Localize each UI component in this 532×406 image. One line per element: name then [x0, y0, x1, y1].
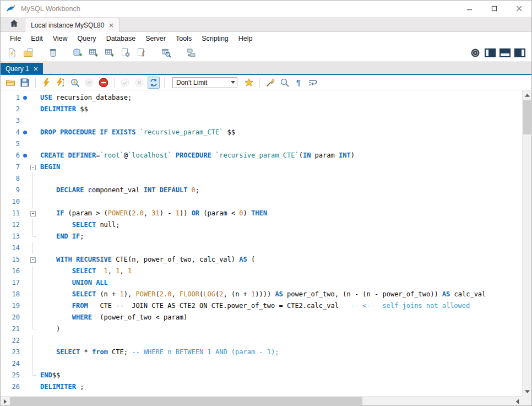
scroll-right-icon[interactable]	[513, 397, 522, 406]
stop-icon[interactable]	[83, 77, 95, 89]
scroll-down-icon[interactable]	[523, 387, 531, 396]
autocommit-icon[interactable]	[148, 77, 160, 89]
commit-icon[interactable]	[119, 77, 131, 89]
beautify-icon[interactable]	[264, 77, 276, 89]
line-number: 23	[1, 347, 21, 358]
home-tab[interactable]	[3, 17, 25, 31]
marker-slot	[21, 242, 29, 254]
limit-dropdown[interactable]: Don't Limit	[172, 77, 237, 88]
execute-current-icon[interactable]	[55, 77, 67, 89]
menu-scripting[interactable]: Scripting	[197, 32, 234, 45]
editor-toolbar: Don't Limit¶	[1, 75, 531, 90]
rollback-icon[interactable]	[133, 77, 145, 89]
fold-slot	[29, 127, 37, 138]
horizontal-scrollbar[interactable]	[1, 396, 522, 405]
save-icon[interactable]	[19, 77, 31, 89]
code-text: FROM CTE -- JOIN CTE AS CTE2 ON CTE.powe…	[37, 300, 470, 312]
close-icon	[516, 4, 522, 14]
code-text: END IF;	[37, 231, 84, 242]
fold-slot	[29, 242, 37, 254]
fold-slot	[29, 358, 37, 370]
fold-toggle-icon[interactable]	[29, 208, 37, 219]
search-data-icon[interactable]	[160, 47, 172, 59]
create-view-icon[interactable]	[104, 47, 116, 59]
code-text: SELECT null;	[37, 219, 120, 231]
line-number: 3	[1, 115, 21, 127]
toolbar-separator	[114, 78, 115, 88]
tab-close-icon[interactable]	[109, 23, 113, 28]
code-line-11: 11 IF (param > (POWER(2.0, 31) - 1)) OR …	[1, 208, 522, 219]
horizontal-scroll-thumb[interactable]	[10, 397, 362, 405]
execute-icon[interactable]	[40, 77, 52, 89]
line-number: 20	[1, 312, 21, 323]
fold-toggle-icon[interactable]	[29, 254, 37, 266]
inspector-icon[interactable]	[47, 47, 59, 59]
close-button[interactable]	[507, 1, 531, 17]
create-procedure-icon[interactable]	[120, 47, 132, 59]
connection-tab[interactable]: Local instance MySQL80	[25, 18, 120, 32]
create-schema-icon[interactable]	[72, 47, 84, 59]
query-tab-close-icon[interactable]	[34, 67, 38, 71]
statement-dot-icon	[23, 96, 27, 100]
line-number: 13	[1, 231, 21, 242]
code-text: WHERE (power_of_two < param)	[37, 312, 187, 323]
editor-area: 1USE recursion_database;2DELIMITER $$34D…	[1, 90, 531, 396]
create-function-icon[interactable]	[135, 47, 148, 59]
code-line-22: 22	[1, 335, 522, 347]
vertical-scroll-thumb[interactable]	[523, 100, 531, 134]
menu-database[interactable]: Database	[101, 32, 141, 45]
maximize-icon	[491, 4, 497, 14]
invisibles-icon[interactable]: ¶	[293, 78, 304, 87]
open-script-icon[interactable]	[22, 47, 34, 59]
marker-slot	[21, 347, 29, 358]
scroll-left-icon[interactable]	[1, 397, 10, 406]
query-tab[interactable]: Query 1	[1, 63, 43, 75]
line-number: 4	[1, 127, 21, 138]
find-icon[interactable]	[279, 77, 291, 89]
code-line-8: 8	[1, 173, 522, 185]
marker-slot	[21, 115, 29, 127]
stop-on-error-icon[interactable]	[97, 77, 110, 89]
reconnect-icon[interactable]	[185, 47, 197, 59]
code-line-26: 26DELIMITER ;	[1, 381, 522, 393]
code-text	[37, 335, 40, 347]
window-controls	[457, 1, 531, 17]
menubar: FileEditViewQueryDatabaseServerToolsScri…	[1, 32, 531, 45]
minimize-button[interactable]	[457, 1, 482, 17]
menu-help[interactable]: Help	[234, 32, 258, 45]
dropdown-arrow-icon[interactable]	[229, 78, 237, 88]
fold-toggle-icon[interactable]	[29, 161, 37, 173]
menu-edit[interactable]: Edit	[26, 32, 48, 45]
code-line-3: 3	[1, 115, 522, 127]
sql-editor[interactable]: 1USE recursion_database;2DELIMITER $$34D…	[1, 90, 522, 396]
panel-left-icon[interactable]	[484, 47, 496, 59]
code-line-4: 4DROP PROCEDURE IF EXISTS `recursive_par…	[1, 127, 522, 138]
menu-view[interactable]: View	[48, 32, 73, 45]
main-toolbar-left	[6, 47, 210, 59]
community-icon[interactable]	[469, 47, 481, 59]
create-table-icon[interactable]	[88, 47, 100, 59]
code-text: SELECT * from CTE; -- WHERE n BETWEEN 1 …	[37, 347, 279, 358]
minimize-icon	[466, 4, 473, 14]
panel-right-icon[interactable]	[514, 47, 526, 59]
maximize-button[interactable]	[482, 1, 507, 17]
fold-slot	[29, 381, 37, 393]
code-line-12: 12 SELECT null;	[1, 219, 522, 231]
line-number: 10	[1, 196, 21, 208]
scroll-up-icon[interactable]	[523, 90, 531, 100]
panel-bottom-icon[interactable]	[499, 47, 511, 59]
new-query-tab-icon[interactable]	[6, 47, 18, 59]
add-favorite-icon[interactable]	[243, 77, 255, 89]
menu-file[interactable]: File	[5, 32, 26, 45]
menu-query[interactable]: Query	[73, 32, 101, 45]
code-text	[37, 242, 40, 254]
open-file-icon[interactable]	[4, 77, 17, 89]
menu-tools[interactable]: Tools	[171, 32, 197, 45]
fold-slot	[29, 173, 37, 185]
menu-server[interactable]: Server	[140, 32, 171, 45]
statement-marker	[21, 127, 29, 138]
wrap-icon[interactable]	[306, 77, 318, 89]
explain-icon[interactable]	[69, 77, 81, 89]
vertical-scrollbar[interactable]	[522, 90, 531, 396]
code-line-13: 13 END IF;	[1, 231, 522, 242]
